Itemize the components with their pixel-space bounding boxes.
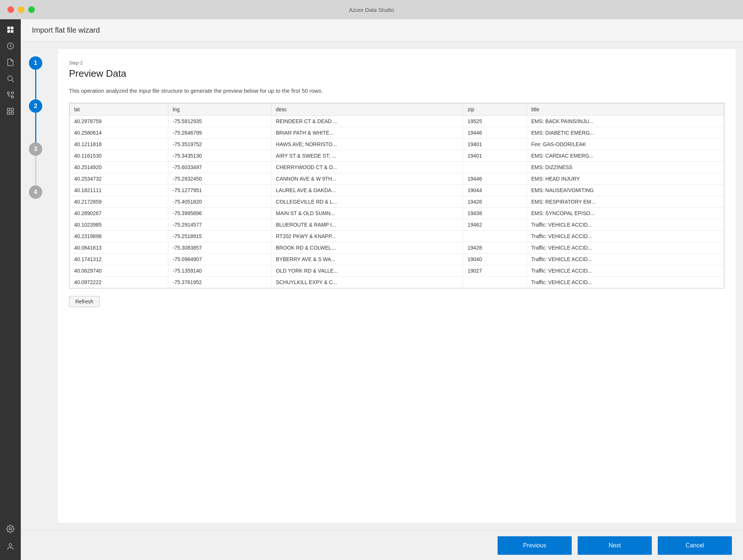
sidebar-item-explorer[interactable] [3,22,18,37]
step-line-3-4 [35,156,36,185]
header-title: Import flat file wizard [32,26,100,34]
svg-rect-0 [7,27,10,29]
table-cell: -75.1277951 [168,184,271,196]
table-cell [463,276,527,288]
table-row: 40.2534732-75.2832450CANNON AVE & W 9TH.… [70,173,724,184]
table-cell: MAIN ST & OLD SUMN... [271,207,463,219]
file-icon [6,58,14,66]
table-cell: Traffic: VEHICLE ACCID... [526,230,724,242]
svg-line-6 [12,80,14,82]
account-icon [6,543,14,551]
table-cell: 19438 [463,207,527,219]
refresh-button[interactable]: Refresh [69,296,100,307]
step-3-item: 3 [29,142,42,185]
close-button[interactable] [7,6,14,13]
sidebar-item-git[interactable] [3,88,18,102]
table-row: 40.1023985-75.2914577BLUEROUTE & RAMP I.… [70,219,724,230]
table-cell: EMS: RESPIRATORY EM... [526,196,724,207]
table-row: 40.1161530-75.3435130AIRY ST & SWEDE ST;… [70,150,724,161]
svg-rect-12 [7,108,10,111]
svg-rect-15 [11,112,13,114]
sidebar-item-file[interactable] [3,55,18,70]
table-cell: Traffic: VEHICLE ACCID... [526,265,724,276]
svg-rect-14 [7,112,10,114]
table-cell: CHERRYWOOD CT & D... [271,161,463,173]
table-cell: 40.1821111 [70,184,168,196]
table-row: 40.1741312-75.0984907BYBERRY AVE & S WA.… [70,253,724,265]
table-row: 40.0972222-75.3761952SCHUYLKILL EXPY & C… [70,276,724,288]
table-cell: 40.0841613 [70,242,168,253]
table-cell: EMS: NAUSEA/VOMITING [526,184,724,196]
wizard-body: 1 2 3 4 Step 2 Preview Data [21,42,743,530]
explorer-icon [6,26,14,34]
step-2-circle: 2 [29,99,42,113]
table-cell: EMS: DIABETIC EMERG... [526,127,724,138]
table-cell: 19462 [463,219,527,230]
table-cell: 40.2534732 [70,173,168,184]
minimize-button[interactable] [18,6,24,13]
preview-table: lat lng desc zip title 40.2978759-75.581… [69,103,724,288]
table-cell: Traffic: VEHICLE ACCID... [526,253,724,265]
table-cell: BYBERRY AVE & S WA... [271,253,463,265]
step-label: Step 2 [69,60,724,66]
settings-icon [6,525,14,533]
table-cell: -75.2914577 [168,219,271,230]
table-body: 40.2978759-75.5812935REINDEER CT & DEAD … [70,115,724,288]
table-cell: 40.1023985 [70,219,168,230]
col-title: title [526,103,724,115]
previous-button[interactable]: Previous [498,536,572,555]
table-header: lat lng desc zip title [70,103,724,115]
sidebar-item-settings[interactable] [3,521,18,536]
table-cell: 40.2890267 [70,207,168,219]
panel-title: Preview Data [69,68,724,79]
sidebar-item-history[interactable] [3,39,18,53]
cancel-button[interactable]: Cancel [658,536,732,555]
table-cell: 19446 [463,173,527,184]
table-row: 40.0629740-75.1359140OLD YORK RD & VALLE… [70,265,724,276]
table-cell: -75.0984907 [168,253,271,265]
table-cell: -75.3519752 [168,138,271,150]
table-cell: EMS: DIZZINESS [526,161,724,173]
table-cell: 40.2514920 [70,161,168,173]
window-controls [7,6,35,13]
table-row: 40.1821111-75.1277951LAUREL AVE & OAKDA.… [70,184,724,196]
table-cell: BRIAR PATH & WHITE... [271,127,463,138]
table-cell: Traffic: VEHICLE ACCID... [526,242,724,253]
history-icon [6,42,14,50]
svg-point-5 [8,76,13,81]
table-cell: 19044 [463,184,527,196]
svg-point-17 [9,544,11,546]
sidebar-item-extensions[interactable] [3,104,18,119]
maximize-button[interactable] [28,6,35,13]
step-2-item: 2 [29,99,42,142]
table-cell: -75.2646799 [168,127,271,138]
svg-rect-13 [11,108,13,111]
search-icon [6,75,14,83]
sidebar-item-account[interactable] [3,539,18,554]
svg-rect-1 [11,27,13,29]
table-cell: -75.2518915 [168,230,271,242]
table-cell: BLUEROUTE & RAMP I... [271,219,463,230]
table-cell: AIRY ST & SWEDE ST; ... [271,150,463,161]
sidebar-item-search[interactable] [3,71,18,86]
table-row: 40.0841613-75.3083857BROOK RD & COLWEL..… [70,242,724,253]
table-cell: -75.4051820 [168,196,271,207]
table-row: 40.2978759-75.5812935REINDEER CT & DEAD … [70,115,724,127]
table-cell: EMS: CARDIAC EMERG... [526,150,724,161]
svg-rect-2 [7,30,10,33]
content-area: Import flat file wizard 1 2 3 4 [21,19,743,560]
table-cell: BROOK RD & COLWEL... [271,242,463,253]
table-cell: -75.3995896 [168,207,271,219]
step-4-circle: 4 [29,185,42,199]
table-row: 40.2319898-75.2518915RT202 PKWY & KNAPP.… [70,230,724,242]
svg-point-9 [11,92,14,94]
col-lng: lng [168,103,271,115]
table-cell: COLLEGEVILLE RD & L... [271,196,463,207]
table-cell: 19525 [463,115,527,127]
table-cell [463,161,527,173]
table-cell: EMS: SYNCOPAL EPISO... [526,207,724,219]
title-bar: Azure Data Studio [0,0,743,19]
next-button[interactable]: Next [578,536,652,555]
table-cell: 40.1741312 [70,253,168,265]
data-table-wrapper[interactable]: lat lng desc zip title 40.2978759-75.581… [69,103,724,289]
